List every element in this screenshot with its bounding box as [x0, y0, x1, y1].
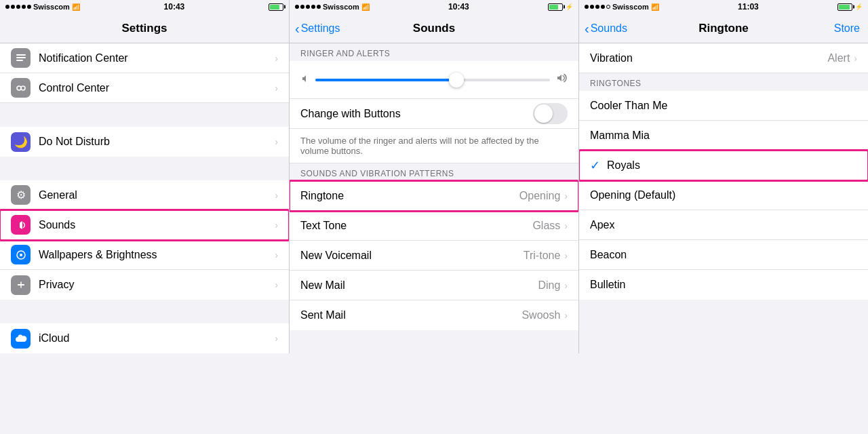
ringtone-beacon-label: Beacon — [590, 249, 857, 261]
settings-item-sounds[interactable]: Sounds › — [0, 210, 289, 240]
battery-1 — [269, 3, 283, 11]
dot — [295, 5, 299, 9]
settings-list-4: iCloud › — [0, 323, 289, 353]
nav-bar-sounds: ‹ Settings Sounds — [289, 14, 579, 43]
settings-item-wallpapers[interactable]: Wallpapers & Brightness › — [0, 240, 289, 270]
settings-item-notification-center[interactable]: Notification Center › — [0, 43, 289, 73]
ringtone-opening-default-label: Opening (Default) — [590, 189, 857, 201]
settings-item-control-center[interactable]: Control Center › — [0, 73, 289, 103]
battery-3 — [837, 3, 852, 11]
nav-back-label-ringtone[interactable]: Sounds — [591, 22, 627, 35]
sent-mail-row[interactable]: Sent Mail Swoosh › — [290, 300, 578, 330]
time-3: 11:03 — [738, 2, 759, 12]
section-gap-3 — [0, 300, 289, 323]
chevron-right-icon: › — [564, 220, 568, 231]
dot — [5, 5, 9, 9]
status-bar-2: Swisscom 📶 10:43 ⚡ — [289, 0, 579, 14]
vibration-value: Alert — [827, 52, 850, 64]
settings-item-privacy[interactable]: Privacy › — [0, 270, 289, 300]
wallpapers-icon — [11, 245, 31, 264]
text-tone-value: Glass — [532, 220, 560, 232]
change-with-buttons-label: Change with Buttons — [300, 108, 533, 120]
status-bars: Swisscom 📶 10:43 Swisscom — [0, 0, 868, 14]
chevron-right-icon: › — [275, 250, 278, 260]
chevron-right-icon: › — [564, 250, 568, 261]
dot — [300, 5, 304, 9]
chevron-right-icon: › — [275, 53, 278, 64]
dot — [585, 5, 589, 9]
time-1: 10:43 — [164, 2, 185, 12]
new-mail-label: New Mail — [300, 279, 538, 292]
new-mail-row[interactable]: New Mail Ding › — [290, 271, 578, 300]
ringtone-cooler-than-me-label: Cooler Than Me — [590, 100, 857, 112]
settings-panel: Notification Center › Control Center › — [0, 43, 289, 353]
general-label: General — [39, 189, 275, 201]
sent-mail-label: Sent Mail — [300, 309, 521, 321]
ringtone-apex-label: Apex — [590, 219, 857, 231]
vibration-row[interactable]: Vibration Alert › — [579, 43, 868, 73]
wallpapers-label: Wallpapers & Brightness — [39, 249, 275, 261]
text-tone-row[interactable]: Text Tone Glass › — [290, 211, 578, 241]
nav-back-sounds[interactable]: ‹ Settings — [295, 22, 340, 35]
settings-item-general[interactable]: ⚙ General › — [0, 180, 289, 210]
dot — [311, 5, 315, 9]
dot — [22, 5, 26, 9]
nav-back-ringtone[interactable]: ‹ Sounds — [585, 22, 627, 35]
icloud-label: iCloud — [39, 332, 275, 344]
vibration-label: Vibration — [590, 52, 827, 64]
volume-slider-fill — [315, 79, 456, 81]
signal-dots-3 — [585, 5, 610, 9]
carrier-1: Swisscom — [33, 3, 70, 11]
carrier-2: Swisscom — [323, 3, 359, 11]
ringer-alerts-header: RINGER AND ALERTS — [290, 43, 578, 61]
nav-bar-settings: Settings — [0, 14, 289, 43]
status-right-2: ⚡ — [548, 3, 573, 11]
ringtone-apex[interactable]: Apex — [579, 210, 868, 240]
ringtone-royals[interactable]: ✓ Royals — [579, 151, 868, 180]
ringtone-cooler-than-me[interactable]: Cooler Than Me — [579, 91, 868, 121]
new-voicemail-row[interactable]: New Voicemail Tri-tone › — [290, 241, 578, 271]
notification-center-icon — [11, 48, 31, 68]
wifi-icon-1: 📶 — [72, 3, 80, 11]
settings-list-2: 🌙 Do Not Disturb › — [0, 127, 289, 157]
dot — [590, 5, 594, 9]
settings-item-icloud[interactable]: iCloud › — [0, 323, 289, 353]
ringtone-row-value: Opening — [519, 190, 561, 202]
general-icon: ⚙ — [11, 185, 31, 205]
sounds-label: Sounds — [39, 219, 275, 231]
signal-dots-1 — [5, 5, 31, 9]
sounds-icon — [11, 215, 31, 235]
volume-high-icon — [555, 72, 568, 87]
volume-slider-track[interactable] — [315, 79, 550, 81]
ringer-info-text: The volume of the ringer and alerts will… — [290, 129, 578, 163]
ringtone-row[interactable]: Ringtone Opening › — [290, 181, 578, 211]
dot — [595, 5, 599, 9]
text-tone-label: Text Tone — [300, 220, 532, 232]
chevron-right-icon: › — [275, 136, 278, 147]
dot — [27, 5, 31, 9]
main-panels: Notification Center › Control Center › — [0, 43, 868, 353]
settings-item-do-not-disturb[interactable]: 🌙 Do Not Disturb › — [0, 127, 289, 157]
svg-point-3 — [17, 86, 21, 90]
nav-store-button[interactable]: Store — [834, 22, 860, 35]
chevron-right-icon: › — [275, 279, 278, 290]
dot — [601, 5, 605, 9]
nav-back-label-sounds[interactable]: Settings — [301, 22, 340, 35]
chevron-right-icon: › — [275, 333, 278, 344]
ringtone-bulletin[interactable]: Bulletin — [579, 270, 868, 300]
new-voicemail-label: New Voicemail — [300, 250, 524, 262]
volume-slider-thumb[interactable] — [449, 73, 464, 87]
ringtone-opening-default[interactable]: Opening (Default) — [579, 180, 868, 210]
chevron-right-icon: › — [275, 83, 278, 94]
ringtone-mamma-mia[interactable]: Mamma Mia — [579, 121, 868, 151]
svg-point-6 — [20, 254, 22, 256]
status-right-1 — [269, 3, 283, 11]
do-not-disturb-label: Do Not Disturb — [39, 136, 275, 148]
chevron-left-icon: ‹ — [295, 22, 300, 35]
ringtone-beacon[interactable]: Beacon — [579, 240, 868, 270]
volume-low-icon — [300, 74, 310, 85]
battery-2 — [548, 3, 563, 11]
svg-rect-0 — [16, 54, 26, 56]
change-with-buttons-toggle[interactable] — [533, 103, 568, 124]
ringtone-bulletin-label: Bulletin — [590, 279, 857, 291]
